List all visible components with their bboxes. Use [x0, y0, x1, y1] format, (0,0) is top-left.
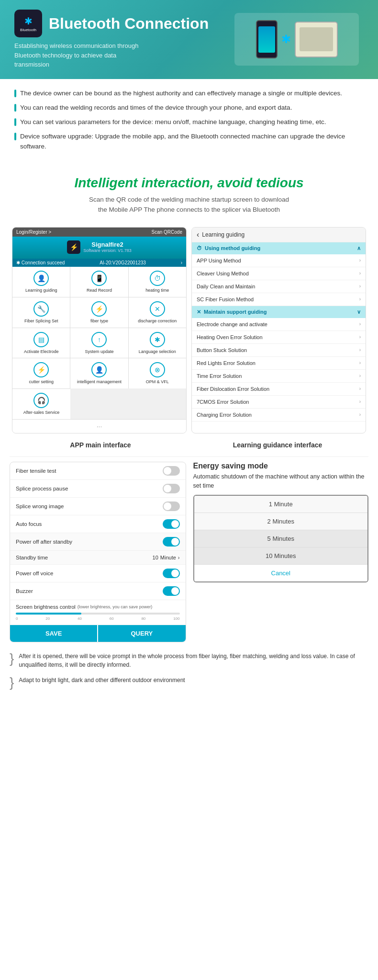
poweroff-toggle[interactable]	[163, 537, 180, 547]
grid-item-aftersales[interactable]: 🎧 After-sales Service	[12, 388, 70, 419]
grid-item-cutter[interactable]: ⚡ cutter setting	[12, 358, 70, 388]
energy-option-10min[interactable]: 10 Minutes	[194, 547, 368, 565]
feature-bar-1	[14, 90, 16, 97]
app-login-btn[interactable]: Login/Register >	[16, 229, 51, 235]
buzzer-toggle[interactable]	[163, 586, 180, 596]
learning-item-cleaver-label: Cleaver Using Method	[197, 271, 249, 276]
settings-row-poweroff: Power off after standby	[10, 533, 186, 551]
grid-label-language: Language selection	[139, 349, 176, 354]
bracket-icon-1: }	[10, 652, 14, 665]
brightness-slider[interactable]	[16, 613, 180, 615]
learning-item-time[interactable]: Time Error Solution ›	[192, 370, 366, 383]
machine-icon	[295, 22, 338, 57]
app-more-button[interactable]: ···	[12, 419, 186, 433]
maintain-chevron: ∨	[357, 309, 361, 315]
learning-item-heating[interactable]: Heating Oven Error Solution ›	[192, 331, 366, 344]
learning-item-app-label: APP Using Method	[197, 258, 241, 263]
learning-item-7cmos[interactable]: 7CMOS Error Solution ›	[192, 396, 366, 409]
learning-item-red-label: Red Lights Error Solution	[197, 360, 256, 366]
bluetooth-signal-icon: ✱	[281, 33, 291, 46]
settings-panel: Fiber tensile test Splice process pause …	[10, 462, 186, 642]
section-chevron-up: ∧	[357, 245, 361, 251]
app-grid: 👤 Learning guiding 📱 Read Record ⏱ heati…	[12, 267, 186, 388]
standby-chevron: ›	[178, 555, 180, 560]
feature-bar-3	[14, 118, 16, 126]
query-button[interactable]: QUERY	[97, 625, 185, 642]
learning-item-sc[interactable]: SC Fiber Fusion Method ›	[192, 293, 366, 306]
energy-option-2min[interactable]: 2 Minutes	[194, 513, 368, 530]
wrong-image-toggle[interactable]	[163, 501, 180, 511]
voice-toggle[interactable]	[163, 569, 180, 578]
bottom-notes: } After it is opened, there will be voic…	[0, 647, 378, 706]
grid-label-electrode: Activate Electrode	[24, 349, 59, 354]
learning-item-fiber[interactable]: Fiber Dislocation Error Solution ›	[192, 383, 366, 396]
toggle-knob	[171, 570, 179, 577]
energy-options: 1 Minute 2 Minutes 5 Minutes 10 Minutes …	[193, 495, 369, 582]
grid-item-system[interactable]: ↑ System update	[70, 328, 128, 358]
cutter-icon: ⚡	[33, 362, 49, 377]
energy-section: Energy saving mode Automatic shutdown of…	[191, 462, 369, 583]
grid-label-record: Read Record	[87, 288, 112, 293]
energy-option-1min[interactable]: 1 Minute	[194, 496, 368, 513]
toggle-knob	[164, 502, 171, 510]
chevron-right-icon: ›	[359, 271, 361, 276]
grid-item-heating[interactable]: ⏱ heating time	[129, 267, 186, 297]
app-logo-row: ⚡ Signalfire2 Software version: V1.783	[16, 240, 182, 254]
learning-item-button[interactable]: Button Stuck Solution ›	[192, 344, 366, 357]
grid-label-intelligent: intelligent management	[77, 379, 122, 385]
learning-item-charging[interactable]: Charging Error Solution ›	[192, 409, 366, 422]
clock-icon: ⏱	[197, 245, 202, 251]
slider-label-40: 40	[78, 616, 82, 621]
learning-item-app[interactable]: APP Using Method ›	[192, 254, 366, 267]
pause-toggle[interactable]	[163, 484, 180, 493]
grid-item-opm[interactable]: ⊗ OPM & VFL	[129, 358, 186, 388]
feature-text-3: You can set various parameters for the d…	[20, 117, 326, 127]
energy-option-5min[interactable]: 5 Minutes	[194, 530, 368, 547]
chevron-right-icon: ›	[359, 373, 361, 378]
save-button[interactable]: SAVE	[10, 625, 97, 642]
app-screenshots: Login/Register > Scan QRCode ⚡ Signalfir…	[0, 220, 378, 433]
learning-item-electrode-label: Electrode change and activate	[197, 321, 267, 327]
bluetooth-header: ✱ Bluetooth Bluetooth Connection Establi…	[0, 0, 378, 79]
app-scan-btn[interactable]: Scan QRCode	[152, 229, 182, 235]
app-brand-info: Signalfire2 Software version: V1.783	[83, 241, 132, 253]
grid-item-splicing[interactable]: 🔧 Fiber Splicing Set	[12, 297, 70, 328]
app-version: Software version: V1.783	[83, 248, 132, 253]
learning-guide-interface: ‹ Learning guiding ⏱ Using method guidin…	[191, 227, 366, 433]
slider-label-80: 80	[141, 616, 145, 621]
bluetooth-right: ✱	[230, 13, 364, 66]
chevron-right-icon: ›	[359, 412, 361, 417]
autofocus-label: Auto focus	[16, 521, 42, 527]
settings-row-tensile: Fiber tensile test	[10, 462, 186, 480]
voice-label: Power off voice	[16, 570, 53, 576]
bluetooth-left: ✱ Bluetooth Bluetooth Connection Establi…	[14, 10, 230, 69]
grid-item-language[interactable]: ✱ Language selection	[129, 328, 186, 358]
feature-text-2: You can read the welding records and tim…	[20, 103, 292, 113]
grid-item-discharge[interactable]: ✕ discharge correction	[129, 297, 186, 328]
features-section: The device owner can be bound as the hig…	[0, 79, 378, 166]
grid-item-intelligent[interactable]: 👤 intelligent management	[70, 358, 128, 388]
grid-item-learning[interactable]: 👤 Learning guiding	[12, 267, 70, 297]
buzzer-label: Buzzer	[16, 588, 33, 594]
tensile-label: Fiber tensile test	[16, 468, 56, 474]
toggle-knob	[171, 520, 179, 528]
discharge-icon: ✕	[150, 301, 165, 317]
grid-label-splicing: Fiber Splicing Set	[24, 319, 58, 324]
grid-item-record[interactable]: 📱 Read Record	[70, 267, 128, 297]
back-icon[interactable]: ‹	[197, 230, 199, 239]
learning-item-red[interactable]: Red Lights Error Solution ›	[192, 357, 366, 370]
learning-item-cleaver[interactable]: Cleaver Using Method ›	[192, 267, 366, 280]
feature-item-2: You can read the welding records and tim…	[14, 103, 364, 113]
energy-cancel-button[interactable]: Cancel	[194, 565, 368, 581]
app-header: ⚡ Signalfire2 Software version: V1.783	[12, 237, 186, 259]
grid-item-electrode[interactable]: ▤ Activate Electrode	[12, 328, 70, 358]
app-topbar: Login/Register > Scan QRCode	[12, 228, 186, 237]
grid-item-fiber[interactable]: ⚡ fiber type	[70, 297, 128, 328]
phone-icon	[256, 20, 278, 58]
slider-label-60: 60	[110, 616, 114, 621]
note-text-1: After it is opened, there will be voice …	[19, 652, 368, 669]
learning-item-electrode[interactable]: Electrode change and activate ›	[192, 318, 366, 331]
autofocus-toggle[interactable]	[163, 519, 180, 529]
learning-item-clean[interactable]: Daily Clean and Maintain ›	[192, 280, 366, 293]
tensile-toggle[interactable]	[163, 466, 180, 476]
